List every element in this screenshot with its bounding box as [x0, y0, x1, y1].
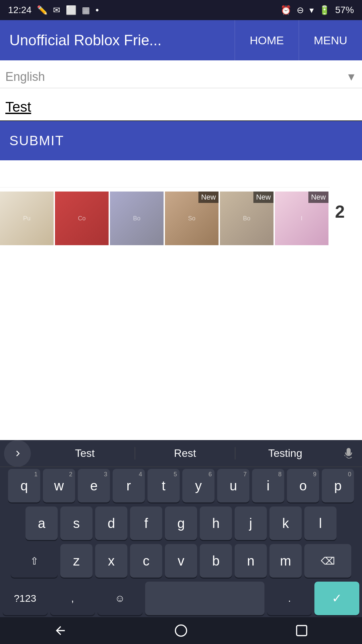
key-c[interactable]: c	[130, 544, 162, 578]
key-k[interactable]: k	[269, 506, 302, 540]
status-right: ⏰ ⊖ ▾ 🔋 57%	[281, 5, 354, 15]
product-thumbnail[interactable]: SoNew	[165, 192, 219, 245]
new-badge: New	[308, 192, 328, 203]
nav-links: HOME MENU	[235, 20, 362, 60]
language-select-wrap[interactable]: English ▼	[0, 60, 362, 88]
key-g[interactable]: g	[165, 506, 197, 540]
new-badge: New	[198, 192, 219, 203]
key-o[interactable]: 9o	[287, 469, 319, 502]
chevron-down-icon: ▼	[346, 71, 357, 83]
bottom-nav	[0, 617, 362, 644]
key-u[interactable]: 7u	[217, 469, 249, 502]
time-display: 12:24	[8, 5, 32, 15]
mail-icon: ✉	[53, 5, 60, 15]
product-thumbnail[interactable]: Co	[55, 192, 109, 245]
key-l[interactable]: l	[304, 506, 337, 540]
recents-button[interactable]	[295, 624, 308, 637]
svg-point-0	[175, 625, 186, 636]
svg-rect-1	[297, 626, 307, 636]
key-r[interactable]: 4r	[113, 469, 145, 502]
submit-button[interactable]: SUBMIT	[0, 121, 362, 160]
suggestion-test[interactable]: Test	[35, 447, 135, 460]
key-q[interactable]: 1q	[8, 469, 40, 502]
key-w[interactable]: 2w	[43, 469, 75, 502]
minus-circle-icon: ⊖	[297, 5, 304, 15]
grid-icon: ▦	[82, 5, 90, 15]
mic-icon[interactable]	[335, 447, 362, 460]
suggestion-rest[interactable]: Rest	[135, 447, 235, 460]
test-input-section[interactable]: Test	[0, 91, 362, 121]
key-v[interactable]: v	[165, 544, 197, 578]
new-badge: New	[253, 192, 274, 203]
key-t[interactable]: 5t	[147, 469, 180, 502]
suggestions-expand-button[interactable]	[4, 440, 31, 467]
keyboard-row-1: 1q 2w 3e 4r 5t 6y 7u 8i 9o 0p	[0, 467, 362, 504]
space-key[interactable]	[145, 582, 264, 615]
key-h[interactable]: h	[200, 506, 232, 540]
suggestions-row: Test Rest Testing	[0, 440, 362, 467]
key-y[interactable]: 6y	[182, 469, 215, 502]
status-bar: 12:24 ✏️ ✉ ⬜ ▦ • ⏰ ⊖ ▾ 🔋 57%	[0, 0, 362, 20]
key-z[interactable]: z	[60, 544, 93, 578]
product-thumbnail[interactable]: I New	[275, 192, 328, 245]
product-thumbnail[interactable]: Pu	[0, 192, 54, 245]
battery-icon: 🔋	[319, 5, 330, 15]
keyboard: Test Rest Testing 1q 2w 3e 4r 5t 6y 7u 8…	[0, 440, 362, 617]
enter-key[interactable]: ✓	[314, 582, 359, 615]
keyboard-row-2: a s d f g h j k l	[0, 504, 362, 542]
key-i[interactable]: 8i	[252, 469, 284, 502]
back-button[interactable]	[54, 624, 67, 637]
key-x[interactable]: x	[95, 544, 127, 578]
product-strip: PuCoBoSoNewBoNewI New	[0, 187, 330, 249]
home-button[interactable]	[174, 624, 188, 637]
period-key[interactable]: .	[267, 582, 312, 615]
suggestion-testing[interactable]: Testing	[235, 447, 335, 460]
battery-percent: 57%	[335, 5, 354, 15]
backspace-key[interactable]: ⌫	[304, 544, 351, 578]
alarm-icon: ⏰	[281, 5, 291, 15]
key-j[interactable]: j	[235, 506, 267, 540]
status-left: 12:24 ✏️ ✉ ⬜ ▦ •	[8, 5, 99, 15]
key-n[interactable]: n	[235, 544, 267, 578]
product-strip-container: PuCoBoSoNewBoNewI New 2	[0, 174, 362, 249]
product-thumbnail[interactable]: Bo	[110, 192, 164, 245]
strip-number: 2	[330, 202, 350, 222]
comma-key[interactable]: ,	[50, 582, 95, 615]
menu-nav-link[interactable]: MENU	[299, 20, 362, 60]
language-value: English	[5, 70, 346, 84]
key-s[interactable]: s	[60, 506, 93, 540]
product-thumbnail[interactable]: BoNew	[220, 192, 274, 245]
wifi-icon: ▾	[309, 5, 314, 15]
test-label: Test	[5, 99, 31, 115]
key-d[interactable]: d	[95, 506, 127, 540]
app-title: Unofficial Roblox Frie...	[0, 32, 235, 49]
pencil-icon: ✏️	[37, 5, 48, 15]
shift-key[interactable]: ⇧	[11, 544, 58, 578]
key-m[interactable]: m	[269, 544, 302, 578]
key-e[interactable]: 3e	[78, 469, 110, 502]
num123-key[interactable]: ?123	[3, 582, 48, 615]
top-nav: Unofficial Roblox Frie... HOME MENU	[0, 20, 362, 60]
key-b[interactable]: b	[200, 544, 232, 578]
key-p[interactable]: 0p	[322, 469, 354, 502]
square-icon: ⬜	[66, 5, 76, 15]
key-a[interactable]: a	[25, 506, 58, 540]
key-f[interactable]: f	[130, 506, 162, 540]
dot-icon: •	[96, 5, 99, 15]
emoji-key[interactable]: ☺	[98, 582, 142, 615]
home-nav-link[interactable]: HOME	[235, 20, 299, 60]
keyboard-row-3: ⇧ z x c v b n m ⌫	[0, 542, 362, 580]
keyboard-row-bottom: ?123 , ☺ . ✓	[0, 580, 362, 617]
